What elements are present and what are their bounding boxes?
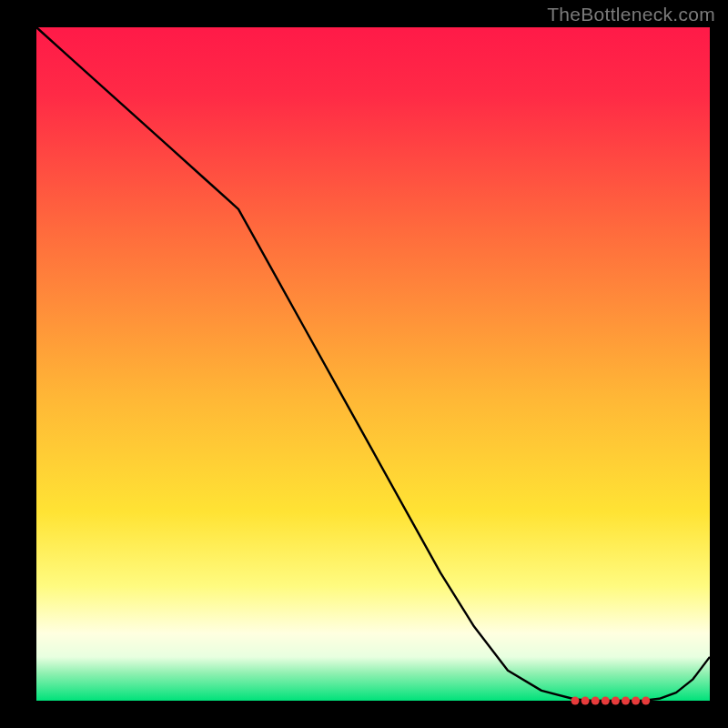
valley-marker (632, 697, 640, 705)
plot-area (36, 27, 710, 701)
valley-marker (622, 697, 630, 705)
attribution-label: TheBottleneck.com (547, 4, 715, 25)
valley-marker (602, 697, 610, 705)
bottleneck-curve (36, 27, 710, 701)
valley-marker (612, 697, 620, 705)
valley-marker (581, 697, 590, 705)
valley-marker (642, 697, 650, 705)
valley-marker (571, 697, 580, 705)
valley-marker (592, 697, 600, 705)
chart-container: TheBottleneck.com (0, 0, 728, 728)
chart-overlay (36, 27, 710, 701)
